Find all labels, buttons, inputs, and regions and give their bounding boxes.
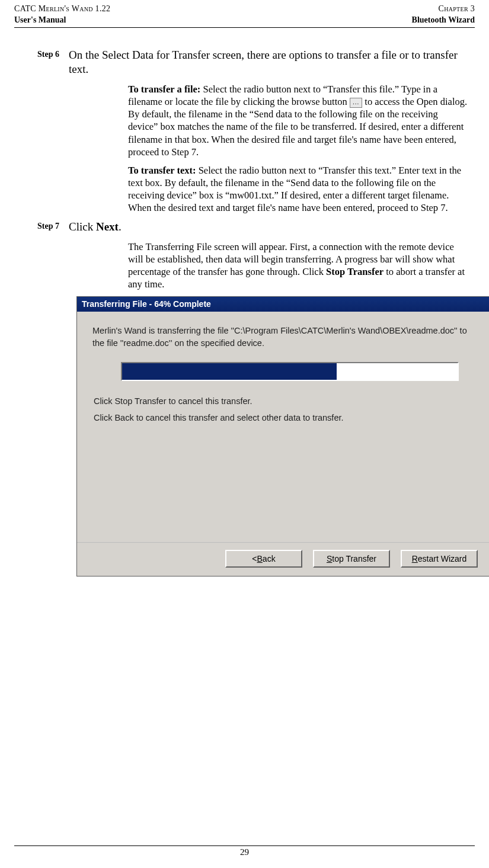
dialog-titlebar: Transferring File - 64% Complete <box>77 297 489 312</box>
page-header: CATC Merlin's Wand 1.22 User's Manual Ch… <box>14 4 475 28</box>
progress-bar-fill <box>122 363 337 380</box>
header-chapter: Chapter 3 <box>412 4 475 15</box>
transfer-text-paragraph: To transfer text: Select the radio butto… <box>128 164 469 214</box>
transfer-file-lead: To transfer a file: <box>128 84 200 95</box>
step-6-intro: On the Select Data for Transfer screen, … <box>69 48 475 77</box>
step-7-body-stop: Stop Transfer <box>326 266 383 277</box>
stop-transfer-button[interactable]: Stop Transfer <box>313 550 390 568</box>
step-7-intro-c: . <box>119 220 122 233</box>
step-6-label: Step 6 <box>14 48 69 77</box>
dialog-footer: < Back Stop Transfer Restart Wizard <box>77 542 489 576</box>
page-number: 29 <box>14 845 475 857</box>
transferring-file-dialog: Transferring File - 64% Complete Merlin'… <box>76 296 489 576</box>
restart-wizard-button[interactable]: Restart Wizard <box>401 550 478 568</box>
header-manual: User's Manual <box>14 15 110 26</box>
dialog-hint-back: Click Back to cancel this transfer and s… <box>94 413 473 422</box>
transfer-text-lead: To transfer text: <box>128 165 196 176</box>
step-7-label: Step 7 <box>14 220 69 235</box>
step-7-intro-next: Next <box>96 220 119 233</box>
dialog-description: Merlin's Wand is transferring the file '… <box>92 325 474 349</box>
header-section: Bluetooth Wizard <box>412 15 475 26</box>
step-7-intro-a: Click <box>69 220 96 233</box>
header-product: CATC Merlin's Wand 1.22 <box>14 4 110 15</box>
step-7-intro: Click Next. <box>69 220 475 235</box>
step-7-body: The Transferring File screen will appear… <box>128 241 469 290</box>
progress-bar <box>121 362 459 381</box>
dialog-hint-stop: Click Stop Transfer to cancel this trans… <box>94 396 473 406</box>
browse-button-icon: ... <box>350 98 362 108</box>
back-button[interactable]: < Back <box>225 550 302 568</box>
transfer-file-paragraph: To transfer a file: Select the radio but… <box>128 83 469 158</box>
